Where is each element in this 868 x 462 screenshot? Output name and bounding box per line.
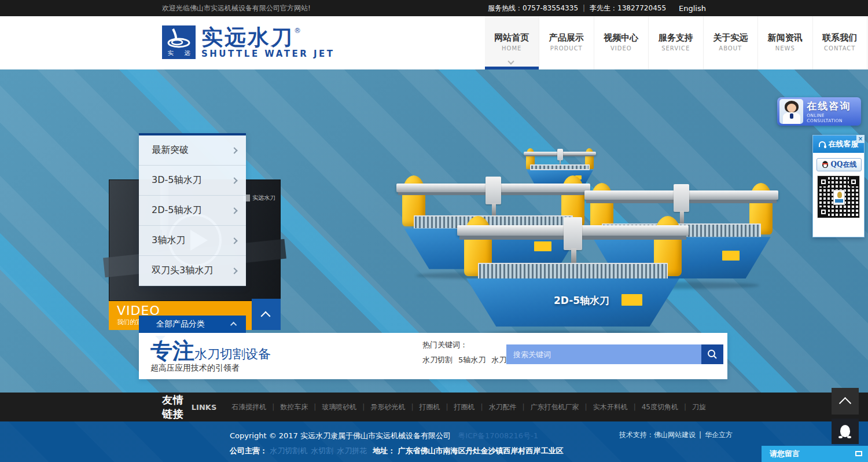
friend-link[interactable]: 异形砂光机 xyxy=(356,402,405,412)
nav-item[interactable]: 网站首页 HOME xyxy=(485,16,540,69)
nav-item[interactable]: 关于实远 ABOUT xyxy=(704,16,759,69)
category-item[interactable]: 2D-5轴水刀 xyxy=(139,196,246,226)
hot-keyword-link[interactable]: 5轴水刀 xyxy=(458,355,486,364)
chevron-right-icon xyxy=(231,177,237,184)
nav-item[interactable]: 产品展示 PRODUCT xyxy=(539,16,594,69)
logo-subtitle: SHUTTLE WATER JET xyxy=(201,49,335,59)
friend-link[interactable]: 水刀配件 xyxy=(475,402,516,412)
header: 实 远 实远水刀® SHUTTLE WATER JET 网站首页 HOME 产品… xyxy=(0,16,868,69)
main-product-link[interactable]: 水刀切割机 xyxy=(270,446,307,455)
all-categories-bar[interactable]: 全部产品分类 xyxy=(139,316,246,333)
leave-message-bar[interactable]: 请您留言 xyxy=(762,446,868,462)
friend-link[interactable]: 数控车床 xyxy=(266,402,308,412)
service-hotline: 服务热线：0757-83554335 xyxy=(488,3,578,13)
service-panel-header: 在线客服 × xyxy=(813,135,864,153)
consultation-subtitle: ONLINE CONSULTATION xyxy=(807,113,861,123)
friend-link[interactable]: 实木开料机 xyxy=(579,402,628,412)
english-link[interactable]: English xyxy=(679,4,706,13)
contact-person: 李先生：13827720455 xyxy=(590,3,666,13)
friend-link[interactable]: 刀旋 xyxy=(678,402,706,412)
main-product-links: 水刀切割机水切割水刀拼花 xyxy=(270,446,370,455)
friend-link[interactable]: 石漆搅拌机 xyxy=(231,402,266,412)
hot-keyword-link[interactable]: 水刀切割 xyxy=(422,355,453,364)
support-link-1[interactable]: 佛山网站建设 xyxy=(654,431,696,439)
main-product-link[interactable]: 水切割 xyxy=(311,446,333,455)
address-label: 地址： xyxy=(373,446,395,455)
intro-subline: 超高压应用技术的引领者 xyxy=(150,363,240,373)
logo[interactable]: 实 远 实远水刀® SHUTTLE WATER JET xyxy=(162,25,335,59)
video-up-button[interactable] xyxy=(252,299,281,330)
category-item[interactable]: 最新突破 xyxy=(139,135,246,166)
headset-icon xyxy=(819,141,826,147)
machine-illustration-front xyxy=(457,206,689,336)
category-item[interactable]: 双刀头3轴水刀 xyxy=(139,256,246,286)
friend-link[interactable]: 45度切角机 xyxy=(628,402,678,412)
chevron-up-icon xyxy=(230,322,237,328)
intro-band: 专注水刀切割设备 超高压应用技术的引领者 热门关键词： 水刀切割5轴水刀水刀拼花 xyxy=(139,333,727,379)
machine-caption: 2D-5轴水刀 xyxy=(524,294,639,307)
search-input[interactable] xyxy=(506,344,701,364)
logo-title: 实远水刀 xyxy=(201,25,294,50)
online-consultation-banner[interactable]: 在线咨询 ONLINE CONSULTATION xyxy=(777,97,861,126)
topbar-separator: | xyxy=(583,4,585,12)
chevron-right-icon xyxy=(231,147,237,153)
welcome-text: 欢迎光临佛山市实远机械设备有限公司官方网站! xyxy=(162,3,311,13)
copyright-text: Copyright © 2017 实远水刀隶属于佛山市实远机械设备有限公司 xyxy=(230,431,451,440)
main-product-link[interactable]: 水刀拼花 xyxy=(337,446,367,455)
topbar: 欢迎光临佛山市实远机械设备有限公司官方网站! 服务热线：0757-8355433… xyxy=(0,0,868,16)
consultation-title: 在线咨询 xyxy=(807,100,861,113)
qq-penguin-icon xyxy=(840,425,850,437)
nav-item[interactable]: 视频中心 VIDEO xyxy=(594,16,649,69)
close-icon[interactable]: × xyxy=(856,135,865,143)
friend-links-bar: 友情链接 LINKS 石漆搅拌机数控车床玻璃喷砂机异形砂光机打圈机打圈机水刀配件… xyxy=(0,393,868,421)
qq-penguin-icon xyxy=(822,161,829,168)
nav-item[interactable]: 新闻资讯 NEWS xyxy=(758,16,813,69)
chevron-up-icon xyxy=(261,311,271,321)
qq-chat-button[interactable] xyxy=(832,419,859,444)
tech-support: 技术支持：佛山网站建设|华企立方 xyxy=(619,430,733,440)
registered-mark: ® xyxy=(294,27,301,35)
friend-links: 石漆搅拌机数控车床玻璃喷砂机异形砂光机打圈机打圈机水刀配件广东打包机厂家实木开料… xyxy=(231,402,706,412)
main-nav: 网站首页 HOME 产品展示 PRODUCT 视频中心 VIDEO xyxy=(485,16,868,69)
search-icon xyxy=(707,349,718,360)
agent-avatar xyxy=(779,99,803,124)
qq-online-button[interactable]: QQ在线 xyxy=(816,158,862,171)
qr-code xyxy=(817,175,860,218)
links-title: 友情链接 xyxy=(162,393,187,421)
logo-mark-icon: 实 远 xyxy=(162,25,196,59)
minimize-icon xyxy=(855,451,862,456)
video-watermark: 实远水刀 xyxy=(243,194,275,202)
intro-headline: 专注水刀切割设备 xyxy=(150,336,271,366)
friend-link[interactable]: 打圈机 xyxy=(405,402,440,412)
friend-link[interactable]: 广东打包机厂家 xyxy=(517,402,579,412)
chevron-up-icon xyxy=(838,397,851,409)
search-box xyxy=(506,344,723,364)
category-item[interactable]: 3轴水刀 xyxy=(139,226,246,256)
hero-banner: 2D-5轴水刀 最新突破 3D-5轴水刀 2D-5轴水刀 3轴水刀 xyxy=(0,69,868,393)
nav-item[interactable]: 联系我们 CONTACT xyxy=(813,16,868,69)
copyright-block: Copyright © 2017 实远水刀隶属于佛山市实远机械设备有限公司 粤I… xyxy=(230,428,563,459)
online-service-panel: 在线客服 × QQ在线 xyxy=(812,135,865,237)
friend-link[interactable]: 打圈机 xyxy=(440,402,475,412)
support-link-2[interactable]: 华企立方 xyxy=(705,431,733,439)
icp-link[interactable]: 粤ICP备17008216号-1 xyxy=(458,431,538,440)
back-to-top-button[interactable] xyxy=(832,388,859,415)
chevron-right-icon xyxy=(231,207,237,214)
category-item[interactable]: 3D-5轴水刀 xyxy=(139,166,246,196)
chevron-down-icon xyxy=(508,58,514,64)
links-title-en: LINKS xyxy=(192,403,216,412)
chevron-right-icon xyxy=(231,237,237,244)
friend-link[interactable]: 玻璃喷砂机 xyxy=(308,402,356,412)
address-text: 广东省佛山市南海区丹灶金沙镇西岸村西岸工业区 xyxy=(398,446,563,455)
product-category-panel: 最新突破 3D-5轴水刀 2D-5轴水刀 3轴水刀 双刀头3轴水刀 xyxy=(139,133,246,286)
search-button[interactable] xyxy=(701,344,723,364)
main-products-label: 公司主营： xyxy=(230,446,267,455)
nav-item[interactable]: 服务支持 SERVICE xyxy=(649,16,704,69)
footer: Copyright © 2017 实远水刀隶属于佛山市实远机械设备有限公司 粤I… xyxy=(0,421,868,462)
chevron-right-icon xyxy=(231,267,237,274)
panel-tail xyxy=(155,336,165,346)
